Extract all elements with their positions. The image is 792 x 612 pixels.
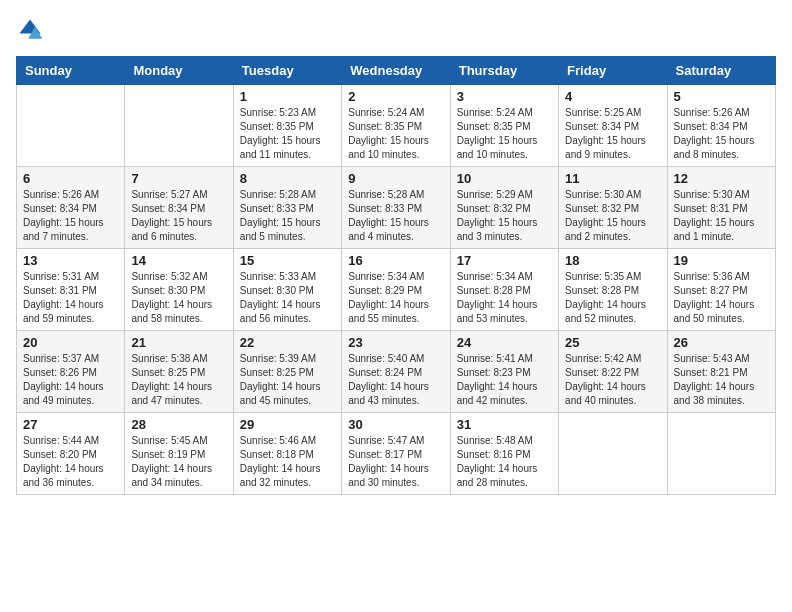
logo bbox=[16, 16, 48, 44]
calendar-header-row: SundayMondayTuesdayWednesdayThursdayFrid… bbox=[17, 57, 776, 85]
calendar-cell: 20Sunrise: 5:37 AMSunset: 8:26 PMDayligh… bbox=[17, 331, 125, 413]
page-header bbox=[16, 16, 776, 44]
calendar-cell: 11Sunrise: 5:30 AMSunset: 8:32 PMDayligh… bbox=[559, 167, 667, 249]
day-info: Sunrise: 5:24 AMSunset: 8:35 PMDaylight:… bbox=[457, 106, 552, 162]
day-number: 11 bbox=[565, 171, 660, 186]
day-info: Sunrise: 5:43 AMSunset: 8:21 PMDaylight:… bbox=[674, 352, 769, 408]
calendar-weekday-friday: Friday bbox=[559, 57, 667, 85]
day-info: Sunrise: 5:29 AMSunset: 8:32 PMDaylight:… bbox=[457, 188, 552, 244]
day-number: 16 bbox=[348, 253, 443, 268]
day-number: 28 bbox=[131, 417, 226, 432]
day-info: Sunrise: 5:44 AMSunset: 8:20 PMDaylight:… bbox=[23, 434, 118, 490]
day-number: 1 bbox=[240, 89, 335, 104]
day-info: Sunrise: 5:35 AMSunset: 8:28 PMDaylight:… bbox=[565, 270, 660, 326]
calendar-weekday-sunday: Sunday bbox=[17, 57, 125, 85]
calendar-cell: 8Sunrise: 5:28 AMSunset: 8:33 PMDaylight… bbox=[233, 167, 341, 249]
day-number: 5 bbox=[674, 89, 769, 104]
day-info: Sunrise: 5:34 AMSunset: 8:29 PMDaylight:… bbox=[348, 270, 443, 326]
day-info: Sunrise: 5:33 AMSunset: 8:30 PMDaylight:… bbox=[240, 270, 335, 326]
calendar-cell: 3Sunrise: 5:24 AMSunset: 8:35 PMDaylight… bbox=[450, 85, 558, 167]
day-number: 4 bbox=[565, 89, 660, 104]
calendar-cell bbox=[17, 85, 125, 167]
day-number: 23 bbox=[348, 335, 443, 350]
day-number: 24 bbox=[457, 335, 552, 350]
calendar-cell: 10Sunrise: 5:29 AMSunset: 8:32 PMDayligh… bbox=[450, 167, 558, 249]
calendar-week-row: 27Sunrise: 5:44 AMSunset: 8:20 PMDayligh… bbox=[17, 413, 776, 495]
calendar-week-row: 13Sunrise: 5:31 AMSunset: 8:31 PMDayligh… bbox=[17, 249, 776, 331]
day-info: Sunrise: 5:28 AMSunset: 8:33 PMDaylight:… bbox=[240, 188, 335, 244]
day-number: 13 bbox=[23, 253, 118, 268]
day-number: 30 bbox=[348, 417, 443, 432]
day-number: 7 bbox=[131, 171, 226, 186]
calendar-weekday-monday: Monday bbox=[125, 57, 233, 85]
calendar-cell: 9Sunrise: 5:28 AMSunset: 8:33 PMDaylight… bbox=[342, 167, 450, 249]
calendar-cell: 22Sunrise: 5:39 AMSunset: 8:25 PMDayligh… bbox=[233, 331, 341, 413]
day-info: Sunrise: 5:26 AMSunset: 8:34 PMDaylight:… bbox=[674, 106, 769, 162]
day-info: Sunrise: 5:46 AMSunset: 8:18 PMDaylight:… bbox=[240, 434, 335, 490]
day-number: 14 bbox=[131, 253, 226, 268]
day-number: 15 bbox=[240, 253, 335, 268]
day-info: Sunrise: 5:26 AMSunset: 8:34 PMDaylight:… bbox=[23, 188, 118, 244]
day-number: 19 bbox=[674, 253, 769, 268]
calendar-cell: 21Sunrise: 5:38 AMSunset: 8:25 PMDayligh… bbox=[125, 331, 233, 413]
calendar-cell: 5Sunrise: 5:26 AMSunset: 8:34 PMDaylight… bbox=[667, 85, 775, 167]
day-number: 18 bbox=[565, 253, 660, 268]
day-info: Sunrise: 5:38 AMSunset: 8:25 PMDaylight:… bbox=[131, 352, 226, 408]
logo-icon bbox=[16, 16, 44, 44]
calendar-cell: 27Sunrise: 5:44 AMSunset: 8:20 PMDayligh… bbox=[17, 413, 125, 495]
calendar-cell: 29Sunrise: 5:46 AMSunset: 8:18 PMDayligh… bbox=[233, 413, 341, 495]
day-info: Sunrise: 5:41 AMSunset: 8:23 PMDaylight:… bbox=[457, 352, 552, 408]
day-info: Sunrise: 5:25 AMSunset: 8:34 PMDaylight:… bbox=[565, 106, 660, 162]
calendar-cell: 1Sunrise: 5:23 AMSunset: 8:35 PMDaylight… bbox=[233, 85, 341, 167]
day-number: 29 bbox=[240, 417, 335, 432]
calendar-week-row: 20Sunrise: 5:37 AMSunset: 8:26 PMDayligh… bbox=[17, 331, 776, 413]
calendar-cell: 19Sunrise: 5:36 AMSunset: 8:27 PMDayligh… bbox=[667, 249, 775, 331]
calendar-cell: 31Sunrise: 5:48 AMSunset: 8:16 PMDayligh… bbox=[450, 413, 558, 495]
day-number: 31 bbox=[457, 417, 552, 432]
calendar-cell: 6Sunrise: 5:26 AMSunset: 8:34 PMDaylight… bbox=[17, 167, 125, 249]
day-number: 20 bbox=[23, 335, 118, 350]
day-number: 9 bbox=[348, 171, 443, 186]
calendar-cell: 30Sunrise: 5:47 AMSunset: 8:17 PMDayligh… bbox=[342, 413, 450, 495]
day-number: 17 bbox=[457, 253, 552, 268]
calendar-cell: 7Sunrise: 5:27 AMSunset: 8:34 PMDaylight… bbox=[125, 167, 233, 249]
day-info: Sunrise: 5:24 AMSunset: 8:35 PMDaylight:… bbox=[348, 106, 443, 162]
day-info: Sunrise: 5:36 AMSunset: 8:27 PMDaylight:… bbox=[674, 270, 769, 326]
calendar-cell: 28Sunrise: 5:45 AMSunset: 8:19 PMDayligh… bbox=[125, 413, 233, 495]
day-info: Sunrise: 5:32 AMSunset: 8:30 PMDaylight:… bbox=[131, 270, 226, 326]
day-number: 25 bbox=[565, 335, 660, 350]
day-number: 10 bbox=[457, 171, 552, 186]
day-info: Sunrise: 5:23 AMSunset: 8:35 PMDaylight:… bbox=[240, 106, 335, 162]
day-info: Sunrise: 5:39 AMSunset: 8:25 PMDaylight:… bbox=[240, 352, 335, 408]
calendar-cell bbox=[667, 413, 775, 495]
calendar-cell: 13Sunrise: 5:31 AMSunset: 8:31 PMDayligh… bbox=[17, 249, 125, 331]
day-info: Sunrise: 5:27 AMSunset: 8:34 PMDaylight:… bbox=[131, 188, 226, 244]
calendar-weekday-wednesday: Wednesday bbox=[342, 57, 450, 85]
day-info: Sunrise: 5:48 AMSunset: 8:16 PMDaylight:… bbox=[457, 434, 552, 490]
calendar-cell: 24Sunrise: 5:41 AMSunset: 8:23 PMDayligh… bbox=[450, 331, 558, 413]
day-info: Sunrise: 5:45 AMSunset: 8:19 PMDaylight:… bbox=[131, 434, 226, 490]
day-number: 12 bbox=[674, 171, 769, 186]
day-info: Sunrise: 5:28 AMSunset: 8:33 PMDaylight:… bbox=[348, 188, 443, 244]
day-info: Sunrise: 5:31 AMSunset: 8:31 PMDaylight:… bbox=[23, 270, 118, 326]
calendar-week-row: 1Sunrise: 5:23 AMSunset: 8:35 PMDaylight… bbox=[17, 85, 776, 167]
day-number: 2 bbox=[348, 89, 443, 104]
calendar-cell: 15Sunrise: 5:33 AMSunset: 8:30 PMDayligh… bbox=[233, 249, 341, 331]
calendar-weekday-tuesday: Tuesday bbox=[233, 57, 341, 85]
calendar-cell: 16Sunrise: 5:34 AMSunset: 8:29 PMDayligh… bbox=[342, 249, 450, 331]
day-info: Sunrise: 5:30 AMSunset: 8:32 PMDaylight:… bbox=[565, 188, 660, 244]
calendar-cell: 2Sunrise: 5:24 AMSunset: 8:35 PMDaylight… bbox=[342, 85, 450, 167]
calendar-weekday-saturday: Saturday bbox=[667, 57, 775, 85]
day-number: 6 bbox=[23, 171, 118, 186]
day-number: 3 bbox=[457, 89, 552, 104]
calendar-cell: 17Sunrise: 5:34 AMSunset: 8:28 PMDayligh… bbox=[450, 249, 558, 331]
day-number: 8 bbox=[240, 171, 335, 186]
calendar-cell bbox=[125, 85, 233, 167]
calendar-cell: 18Sunrise: 5:35 AMSunset: 8:28 PMDayligh… bbox=[559, 249, 667, 331]
day-number: 21 bbox=[131, 335, 226, 350]
calendar-cell: 26Sunrise: 5:43 AMSunset: 8:21 PMDayligh… bbox=[667, 331, 775, 413]
calendar-table: SundayMondayTuesdayWednesdayThursdayFrid… bbox=[16, 56, 776, 495]
calendar-cell: 14Sunrise: 5:32 AMSunset: 8:30 PMDayligh… bbox=[125, 249, 233, 331]
calendar-week-row: 6Sunrise: 5:26 AMSunset: 8:34 PMDaylight… bbox=[17, 167, 776, 249]
calendar-cell: 4Sunrise: 5:25 AMSunset: 8:34 PMDaylight… bbox=[559, 85, 667, 167]
